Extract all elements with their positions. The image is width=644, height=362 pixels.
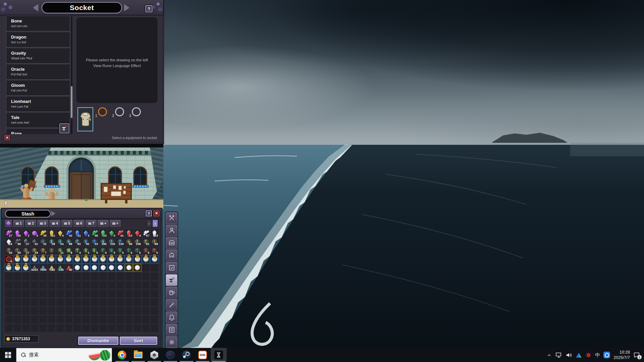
stash-empty-slot[interactable] — [73, 324, 82, 332]
stash-item[interactable] — [5, 264, 13, 272]
stash-empty-slot[interactable] — [150, 307, 159, 315]
stash-tab-5[interactable]: 5 — [61, 220, 72, 227]
side-menu-crossed-hammers-button[interactable] — [166, 212, 177, 224]
stash-item[interactable]: ᚾ — [48, 246, 56, 255]
rune-list-item[interactable]: BoneSol Um Um — [6, 16, 70, 31]
stash-item[interactable]: ᛞ8 — [65, 246, 73, 255]
stash-empty-slot[interactable] — [142, 272, 150, 281]
stash-item[interactable]: ᚦ5 — [91, 246, 99, 255]
stash-item[interactable] — [91, 264, 99, 272]
stash-empty-slot[interactable] — [99, 298, 107, 306]
stash-empty-slot[interactable] — [133, 272, 142, 281]
stash-empty-slot[interactable] — [65, 298, 73, 306]
stash-item[interactable]: ᛗ7 — [39, 246, 47, 255]
stash-empty-slot[interactable] — [31, 298, 39, 306]
stash-item[interactable]: 13 — [125, 229, 133, 238]
stash-item[interactable]: ᛃ99 — [125, 238, 133, 246]
side-menu-bell-button[interactable] — [166, 311, 177, 323]
stash-empty-slot[interactable] — [48, 281, 56, 289]
stash-item[interactable]: ᛅ24 — [56, 238, 64, 246]
stash-empty-slot[interactable] — [82, 272, 90, 281]
stash-item[interactable] — [99, 264, 107, 272]
start-button[interactable] — [0, 348, 16, 362]
socket-close-button[interactable]: ✕ — [4, 135, 10, 140]
stash-item[interactable]: ᚴ92 — [73, 238, 82, 246]
stash-empty-slot[interactable] — [82, 281, 90, 289]
stash-empty-slot[interactable] — [108, 307, 116, 315]
stash-item[interactable] — [125, 264, 133, 272]
stash-empty-slot[interactable] — [56, 307, 64, 315]
stash-empty-slot[interactable] — [5, 298, 13, 306]
stash-item[interactable]: ᛚ4 — [125, 246, 133, 255]
stash-empty-slot[interactable] — [142, 298, 150, 306]
side-menu-chest-button[interactable] — [166, 237, 177, 249]
stash-item[interactable]: 11 — [73, 229, 82, 238]
stash-item[interactable]: ᛚ125 — [108, 238, 116, 246]
stash-item[interactable]: 3 — [31, 229, 39, 238]
stash-item[interactable] — [150, 255, 159, 263]
stash-item[interactable]: ᛏ30 — [13, 246, 22, 255]
stash-empty-slot[interactable] — [39, 298, 47, 306]
stash-empty-slot[interactable] — [56, 315, 64, 324]
stash-empty-slot[interactable] — [150, 264, 159, 272]
stash-empty-slot[interactable] — [73, 307, 82, 315]
stash-empty-slot[interactable] — [22, 290, 30, 298]
stash-tab-2[interactable]: 2 — [25, 220, 36, 227]
taskbar-app-unity-hub[interactable] — [146, 348, 162, 362]
stash-tab-4[interactable]: 4 — [49, 220, 60, 227]
stash-empty-slot[interactable] — [13, 272, 22, 281]
stash-item[interactable] — [116, 264, 124, 272]
stash-item[interactable]: 2 — [22, 229, 30, 238]
stash-empty-slot[interactable] — [150, 281, 159, 289]
stash-empty-slot[interactable] — [31, 307, 39, 315]
stash-item[interactable]: 67 — [142, 229, 150, 238]
stash-item[interactable] — [142, 255, 150, 263]
rune-list-item[interactable]: DragonSur Lo Sol — [6, 32, 70, 47]
stash-empty-slot[interactable] — [65, 315, 73, 324]
stash-tab-6[interactable]: 6 — [73, 220, 85, 227]
stash-empty-slot[interactable] — [99, 315, 107, 324]
side-menu-helmet-button[interactable] — [166, 249, 177, 261]
stash-item[interactable]: ᚷ4 — [116, 246, 124, 255]
socket-slot-circle-2[interactable] — [115, 107, 124, 116]
stash-empty-slot[interactable] — [133, 298, 142, 306]
stash-empty-slot[interactable] — [22, 307, 30, 315]
side-menu-equipment-frame-button[interactable] — [166, 262, 177, 274]
stash-item[interactable]: 27 — [5, 229, 13, 238]
rune-list-item[interactable]: OraclePul Ral Sol — [6, 64, 70, 79]
stash-empty-slot[interactable] — [108, 272, 116, 281]
rune-list-item[interactable]: GloomFal Um Pul — [6, 80, 70, 96]
stash-empty-slot[interactable] — [108, 290, 116, 298]
stash-empty-slot[interactable] — [142, 290, 150, 298]
side-menu-settings-gear-button[interactable] — [166, 336, 177, 348]
stash-item[interactable]: ᛉ44 — [5, 246, 13, 255]
stash-item[interactable] — [22, 255, 30, 263]
stash-item[interactable]: 40 — [65, 264, 73, 272]
stash-empty-slot[interactable] — [133, 281, 142, 289]
stash-empty-slot[interactable] — [56, 324, 64, 332]
stash-item[interactable] — [48, 255, 56, 263]
stash-empty-slot[interactable] — [31, 290, 39, 298]
stash-item[interactable]: 11 — [48, 229, 56, 238]
stash-item[interactable]: 16 — [5, 238, 13, 246]
stash-empty-slot[interactable] — [13, 315, 22, 324]
stash-empty-slot[interactable] — [22, 272, 30, 281]
stash-empty-slot[interactable] — [5, 290, 13, 298]
tray-chevron-up-icon[interactable] — [547, 353, 552, 358]
stash-empty-slot[interactable] — [65, 281, 73, 289]
stash-empty-slot[interactable] — [73, 298, 82, 306]
stash-item[interactable]: 27 — [22, 238, 30, 246]
stash-empty-slot[interactable] — [31, 324, 39, 332]
stash-empty-slot[interactable] — [91, 272, 99, 281]
stash-empty-slot[interactable] — [142, 324, 150, 332]
stash-empty-slot[interactable] — [5, 324, 13, 332]
side-menu-anvil-button[interactable] — [166, 274, 177, 286]
stash-empty-slot[interactable] — [99, 307, 107, 315]
stash-empty-slot[interactable] — [73, 281, 82, 289]
stash-empty-slot[interactable] — [5, 315, 13, 324]
stash-item[interactable]: ᚴ4 — [99, 246, 107, 255]
stash-item[interactable]: 23 — [150, 229, 159, 238]
stash-empty-slot[interactable] — [142, 264, 150, 272]
stash-item[interactable] — [73, 264, 82, 272]
stash-item[interactable]: 4 — [108, 229, 116, 238]
